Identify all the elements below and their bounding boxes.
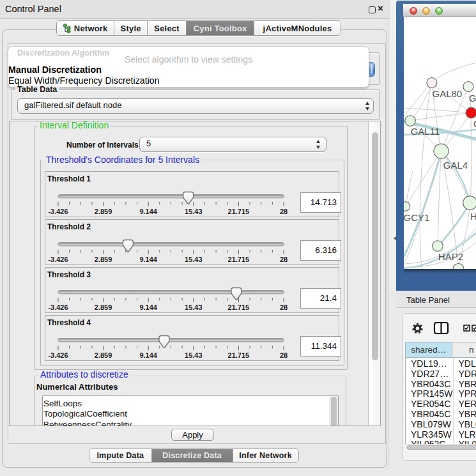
- svg-text:H: H: [470, 211, 476, 222]
- svg-text:C: C: [473, 118, 476, 129]
- svg-text:GA: GA: [468, 93, 476, 104]
- svg-text:GCY1: GCY1: [404, 212, 429, 223]
- svg-text:GAL80: GAL80: [432, 88, 462, 99]
- svg-text:GAL11: GAL11: [410, 126, 440, 137]
- svg-text:HAP2: HAP2: [438, 251, 463, 262]
- svg-text:GAL4: GAL4: [443, 160, 467, 171]
